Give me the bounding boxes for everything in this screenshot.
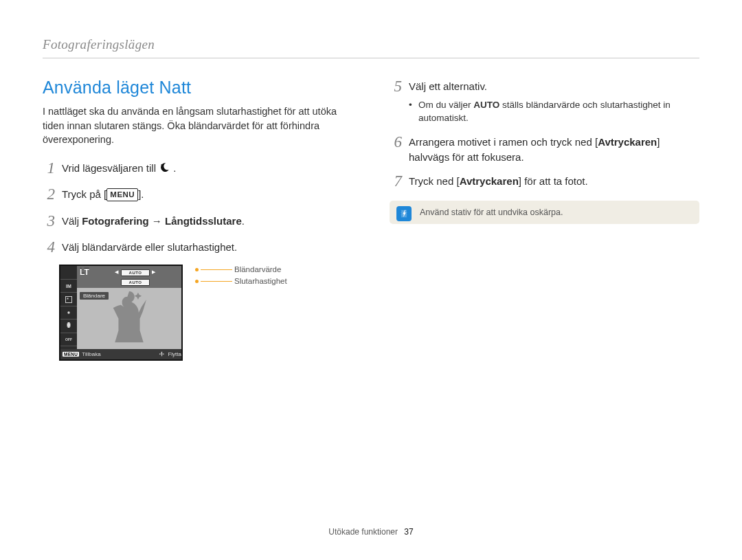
page-footer: Utökade funktioner 37: [0, 527, 742, 537]
step-text: Arrangera motivet i ramen och tryck ned …: [409, 136, 598, 148]
menu-key-icon: MENU: [106, 188, 138, 201]
step-number: 6: [390, 133, 402, 151]
lcd-sidebar-cell: [60, 320, 77, 333]
step-number: 4: [43, 238, 55, 256]
callout-line-icon: [201, 269, 232, 270]
lcd-sidebar-cell: [60, 266, 77, 279]
step-5: 5 Välj ett alternativ. • Om du väljer AU…: [390, 78, 699, 125]
callout-dot-icon: [195, 268, 199, 271]
steps-left: 1 Vrid lägesväljaren till . 2 Tryck på […: [43, 159, 352, 257]
silhouette-illustration: [98, 287, 160, 352]
move-icon: [159, 351, 165, 357]
left-column: Använda läget Natt I nattläget ska du an…: [43, 78, 352, 361]
lcd-back-label: Tillbaka: [82, 351, 100, 357]
page-number: 37: [404, 527, 413, 537]
step-bold: Långtidsslutare: [165, 215, 242, 227]
manual-page: Fotograferingslägen Använda läget Natt I…: [0, 0, 742, 560]
steps-right: 5 Välj ett alternativ. • Om du väljer AU…: [390, 78, 699, 191]
step-bold: Fotografering: [82, 215, 149, 227]
svg-rect-1: [67, 298, 69, 299]
camera-screen-figure: LT ◀ AUTO ▶ AUTO Bländare IM: [43, 265, 352, 361]
chevron-right-icon: ▶: [152, 269, 155, 275]
step-text: Välj ett alternativ.: [409, 80, 487, 92]
night-mode-icon: [159, 161, 170, 173]
lcd-sidebar-cell: [60, 306, 77, 320]
lcd-sidebar-cell: OFF: [60, 333, 77, 346]
step-7: 7 Tryck ned [Avtryckaren] för att ta fot…: [390, 172, 699, 190]
svg-rect-0: [66, 296, 72, 302]
note-icon: [396, 206, 412, 221]
lcd-bottombar: MENU Tillbaka Flytta: [60, 349, 181, 359]
section-title: Använda läget Natt: [43, 78, 352, 98]
step-text: Välj bländarvärde eller slutarhastighet.: [62, 238, 352, 255]
step-text-tail: .: [173, 162, 176, 174]
step-bold: Avtryckaren: [598, 136, 657, 148]
step-3: 3 Välj Fotografering → Långtidsslutare.: [43, 212, 352, 230]
step-text: Vrid lägesväljaren till: [62, 162, 159, 174]
callout-label: Slutarhastighet: [234, 277, 287, 285]
step-4: 4 Välj bländarvärde eller slutarhastighe…: [43, 238, 352, 256]
chevron-left-icon: ◀: [115, 269, 118, 275]
lcd-mode-badge: LT: [80, 267, 89, 277]
step-number: 1: [43, 159, 55, 177]
running-head: Fotograferingslägen: [43, 37, 699, 58]
step-1: 1 Vrid lägesväljaren till .: [43, 159, 352, 177]
callout-aperture: Bländarvärde: [195, 265, 287, 273]
arrow: →: [149, 215, 165, 227]
lcd-sidebar: IM OFF: [60, 266, 77, 359]
right-column: 5 Välj ett alternativ. • Om du väljer AU…: [390, 78, 699, 361]
menu-chip-icon: MENU: [63, 352, 79, 357]
callout-shutter: Slutarhastighet: [195, 277, 287, 285]
lcd-aperture-auto-pill: AUTO: [121, 269, 150, 276]
figure-callouts: Bländarvärde Slutarhastighet: [195, 265, 287, 285]
step-text: Tryck på [: [62, 188, 106, 200]
callout-label: Bländarvärde: [234, 265, 281, 273]
footer-section-label: Utökade funktioner: [328, 527, 398, 537]
step-number: 7: [390, 172, 402, 190]
step-subbullet: • Om du väljer AUTO ställs bländarvärde …: [409, 98, 699, 125]
lcd-move-label: Flytta: [168, 351, 181, 357]
step-number: 3: [43, 212, 55, 230]
step-number: 2: [43, 186, 55, 203]
note-text: Använd stativ för att undvika oskärpa.: [420, 208, 563, 217]
two-column-layout: Använda läget Natt I nattläget ska du an…: [43, 78, 699, 361]
camera-lcd: LT ◀ AUTO ▶ AUTO Bländare IM: [59, 265, 183, 361]
sub-text: Om du väljer: [418, 100, 473, 110]
step-number: 5: [390, 78, 402, 96]
lcd-sidebar-cell: IM: [60, 280, 77, 293]
callout-line-icon: [201, 281, 232, 282]
sub-bold: AUTO: [473, 100, 499, 110]
note-box: Använd stativ för att undvika oskärpa.: [390, 201, 699, 224]
step-text-tail: ] för att ta fotot.: [519, 175, 588, 187]
step-2: 2 Tryck på [MENU].: [43, 186, 352, 203]
step-6: 6 Arrangera motivet i ramen och tryck ne…: [390, 133, 699, 165]
svg-point-2: [67, 311, 69, 313]
intro-paragraph: I nattläget ska du använda en långsam sl…: [43, 104, 352, 147]
step-text: Tryck ned [: [409, 175, 460, 187]
lcd-sidebar-cell: [60, 293, 77, 306]
bullet-icon: •: [409, 98, 413, 125]
step-text-tail: .: [242, 215, 245, 227]
lcd-shutter-auto-pill: AUTO: [121, 279, 150, 286]
step-bold: Avtryckaren: [460, 175, 519, 187]
step-text: Välj: [62, 215, 82, 227]
callout-dot-icon: [195, 280, 199, 283]
step-text-tail: ].: [138, 188, 144, 200]
